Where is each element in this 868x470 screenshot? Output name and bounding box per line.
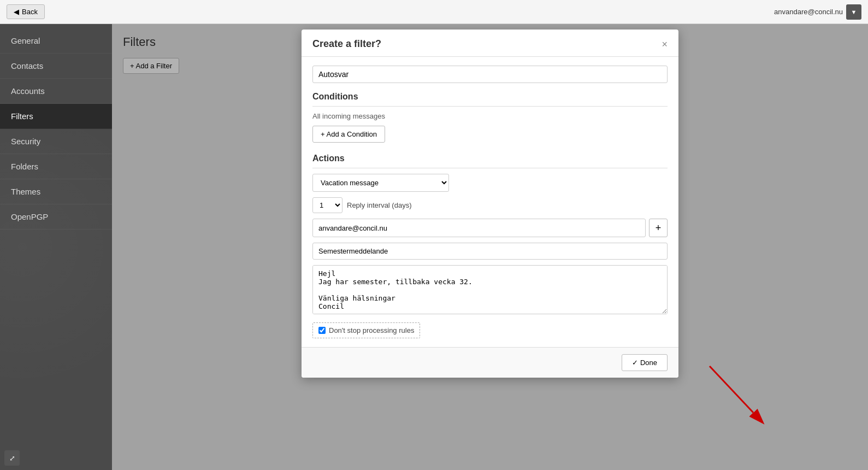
modal-header: Create a filter? × <box>302 30 678 57</box>
conditions-title: Conditions <box>312 92 668 107</box>
filter-name-input[interactable] <box>312 66 668 83</box>
user-dropdown-button[interactable]: ▼ <box>846 4 861 20</box>
user-email: anvandare@concil.nu <box>774 8 843 16</box>
main-layout: General Contacts Accounts Filters Securi… <box>0 24 868 470</box>
modal: Create a filter? × Conditions All incomi… <box>302 30 678 378</box>
svg-line-1 <box>710 366 753 413</box>
modal-overlay: Create a filter? × Conditions All incomi… <box>112 24 868 470</box>
done-label: ✓ Done <box>632 359 657 367</box>
modal-close-button[interactable]: × <box>662 39 668 49</box>
actions-title: Actions <box>312 154 668 168</box>
sidebar-item-label: Filters <box>11 111 33 121</box>
interval-select[interactable]: 1 2 3 5 7 14 30 <box>312 197 343 213</box>
modal-body: Conditions All incoming messages + Add a… <box>302 57 678 347</box>
content-area: Filters + Add a Filter Create a filter? … <box>112 24 868 470</box>
sidebar-item-folders[interactable]: Folders <box>0 154 112 179</box>
sidebar-item-filters[interactable]: Filters <box>0 104 112 129</box>
topbar: ◀ Back anvandare@concil.nu ▼ <box>0 0 868 24</box>
dont-stop-checkbox[interactable] <box>318 327 326 334</box>
expand-button[interactable]: ⤢ <box>4 450 20 466</box>
reply-interval-row: 1 2 3 5 7 14 30 Reply interval (days) <box>312 197 668 213</box>
actions-section: Actions Vacation message Move to folder … <box>312 154 668 338</box>
sidebar-item-themes[interactable]: Themes <box>0 179 112 204</box>
all-incoming-text: All incoming messages <box>312 112 668 120</box>
add-email-button[interactable]: + <box>649 219 668 237</box>
sidebar-item-accounts[interactable]: Accounts <box>0 79 112 104</box>
email-input[interactable] <box>312 219 646 237</box>
expand-icon: ⤢ <box>9 454 15 462</box>
back-arrow-icon: ◀ <box>14 8 19 16</box>
sidebar-item-label: Contacts <box>11 61 43 70</box>
sidebar-item-security[interactable]: Security <box>0 129 112 154</box>
message-textarea[interactable] <box>312 265 668 314</box>
back-label: Back <box>22 8 38 16</box>
email-row: + <box>312 219 668 237</box>
sidebar-item-contacts[interactable]: Contacts <box>0 54 112 79</box>
sidebar-item-label: General <box>11 36 40 45</box>
subject-input[interactable] <box>312 243 668 260</box>
sidebar-item-general[interactable]: General <box>0 28 112 54</box>
close-icon: × <box>662 39 668 50</box>
modal-footer: ✓ Done <box>302 347 678 378</box>
arrow-annotation <box>704 361 770 426</box>
sidebar-item-label: Themes <box>11 187 40 196</box>
user-dropdown-icon: ▼ <box>851 9 857 15</box>
done-button[interactable]: ✓ Done <box>622 354 668 371</box>
add-condition-button[interactable]: + Add a Condition <box>312 126 385 143</box>
sidebar-item-label: OpenPGP <box>11 212 48 221</box>
sidebar: General Contacts Accounts Filters Securi… <box>0 24 112 470</box>
sidebar-item-openpgp[interactable]: OpenPGP <box>0 204 112 230</box>
interval-label: Reply interval (days) <box>347 201 412 209</box>
conditions-section: Conditions All incoming messages + Add a… <box>312 92 668 151</box>
sidebar-item-label: Security <box>11 137 40 146</box>
modal-title: Create a filter? <box>312 38 381 50</box>
back-button[interactable]: ◀ Back <box>7 4 45 19</box>
plus-icon: + <box>656 222 662 234</box>
add-condition-label: + Add a Condition <box>321 130 377 138</box>
dont-stop-label: Don't stop processing rules <box>329 326 414 334</box>
dont-stop-container: Don't stop processing rules <box>312 322 420 338</box>
user-info: anvandare@concil.nu ▼ <box>774 4 861 20</box>
action-select[interactable]: Vacation message Move to folder Mark as … <box>312 174 449 192</box>
sidebar-item-label: Folders <box>11 162 38 171</box>
sidebar-item-label: Accounts <box>11 86 45 96</box>
